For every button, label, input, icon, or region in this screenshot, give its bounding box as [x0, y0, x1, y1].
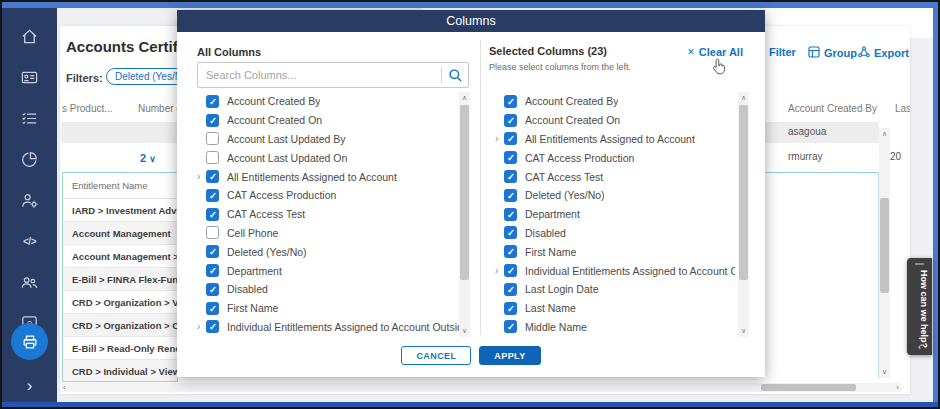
- checkbox[interactable]: [206, 226, 219, 239]
- checkbox[interactable]: [206, 151, 219, 164]
- scrollbar-thumb[interactable]: [460, 105, 469, 280]
- scrollbar-thumb[interactable]: [739, 105, 748, 280]
- checkbox[interactable]: [504, 170, 517, 183]
- checkbox[interactable]: [504, 95, 517, 108]
- clear-all-button[interactable]: ✕ Clear All: [687, 46, 743, 58]
- id-card-icon[interactable]: [20, 67, 40, 87]
- column-option-row[interactable]: › Disabled: [495, 224, 735, 243]
- checkbox[interactable]: [504, 283, 517, 296]
- scroll-up-icon[interactable]: ∧: [882, 130, 887, 138]
- column-option-row[interactable]: › CAT Access Test: [495, 167, 735, 186]
- checkbox[interactable]: [206, 114, 219, 127]
- table-row[interactable]: Account Management: [63, 222, 177, 245]
- checkbox[interactable]: [206, 189, 219, 202]
- table-row[interactable]: Account Management > Edit Accou: [63, 245, 177, 268]
- selected-columns-scrollbar[interactable]: ∧ ∨: [738, 92, 749, 337]
- table-row[interactable]: E-Bill > Read-Only Renewal Accou: [63, 337, 177, 360]
- column-option-row[interactable]: › Last Login Date: [495, 280, 735, 299]
- apply-button[interactable]: APPLY: [479, 346, 540, 365]
- column-option-row[interactable]: › Department: [197, 261, 459, 280]
- table-row[interactable]: CRD > Individual > View Individual: [63, 360, 177, 382]
- pie-chart-icon[interactable]: [20, 149, 40, 169]
- checkbox[interactable]: [206, 302, 219, 315]
- column-option-row[interactable]: › CAT Access Production: [197, 186, 459, 205]
- all-columns-scrollbar[interactable]: ∧ ∨: [459, 92, 470, 337]
- checkbox[interactable]: [504, 264, 517, 277]
- checkbox[interactable]: [206, 245, 219, 258]
- vertical-scrollbar[interactable]: ∧ ∨: [879, 128, 890, 378]
- column-option-row[interactable]: › First Name: [495, 242, 735, 261]
- export-button[interactable]: Export: [858, 46, 909, 60]
- expand-chevron-icon[interactable]: ›: [197, 172, 206, 182]
- column-option-row[interactable]: › Account Created By: [495, 92, 735, 111]
- column-option-row[interactable]: › Account Created By: [197, 92, 459, 111]
- scroll-up-icon[interactable]: ∧: [459, 94, 470, 102]
- column-option-row[interactable]: › CAT Access Test: [197, 205, 459, 224]
- column-option-row[interactable]: › Cell Phone: [197, 224, 459, 243]
- checkbox[interactable]: [206, 264, 219, 277]
- column-option-row[interactable]: › Account Created On: [197, 111, 459, 130]
- column-option-row[interactable]: › Individual Entitlements Assigned to Ac…: [495, 261, 735, 280]
- checkbox[interactable]: [504, 114, 517, 127]
- scroll-down-icon[interactable]: ∨: [882, 368, 887, 376]
- cancel-button[interactable]: CANCEL: [401, 346, 471, 365]
- table-row[interactable]: CRD > Organization > Organization: [63, 314, 177, 337]
- checkbox[interactable]: [504, 132, 517, 145]
- search-columns-input[interactable]: [198, 69, 441, 81]
- checkbox[interactable]: [504, 320, 517, 333]
- column-option-row[interactable]: › CAT Access Production: [495, 148, 735, 167]
- checkbox[interactable]: [504, 208, 517, 221]
- expand-chevron-icon[interactable]: ›: [495, 266, 504, 276]
- scrollbar-thumb[interactable]: [761, 384, 856, 391]
- column-option-row[interactable]: › Account Last Updated By: [197, 130, 459, 149]
- table-row[interactable]: IARD > Investment Adviser Applica: [63, 199, 177, 222]
- column-option-row[interactable]: › Deleted (Yes/No): [197, 242, 459, 261]
- search-icon[interactable]: [442, 68, 468, 83]
- column-option-row[interactable]: › Individual Entitlements Assigned to Ac…: [197, 318, 459, 337]
- scroll-right-icon[interactable]: ›: [896, 383, 899, 392]
- checkbox[interactable]: [206, 283, 219, 296]
- checkbox[interactable]: [504, 226, 517, 239]
- count-dropdown[interactable]: 2 ∨: [140, 152, 156, 164]
- column-option-row[interactable]: › Account Last Updated On: [197, 148, 459, 167]
- table-row[interactable]: CRD > Organization > View Organi: [63, 291, 177, 314]
- expand-chevron-icon[interactable]: ›: [197, 322, 206, 332]
- help-tab[interactable]: How can we help? ‹: [907, 258, 932, 355]
- column-option-row[interactable]: › Account Created On: [495, 111, 735, 130]
- checkbox[interactable]: [504, 302, 517, 315]
- group-button[interactable]: Group: [808, 46, 857, 60]
- checkbox[interactable]: [504, 189, 517, 202]
- checkbox[interactable]: [504, 151, 517, 164]
- modal-titlebar[interactable]: Columns: [177, 10, 765, 32]
- user-settings-icon[interactable]: [20, 190, 40, 210]
- column-option-row[interactable]: › All Entitlements Assigned to Account: [495, 130, 735, 149]
- sidebar-expand-chevron[interactable]: ›: [2, 377, 57, 394]
- printer-fab-button[interactable]: [11, 323, 48, 360]
- column-option-row[interactable]: › All Entitlements Assigned to Account: [197, 167, 459, 186]
- checkbox[interactable]: [206, 320, 219, 333]
- column-option-row[interactable]: › Middle Name: [495, 318, 735, 337]
- column-option-row[interactable]: › First Name: [197, 299, 459, 318]
- code-icon[interactable]: </>: [20, 231, 40, 251]
- horizontal-scrollbar[interactable]: ‹ ›: [61, 383, 901, 392]
- checkbox[interactable]: [206, 170, 219, 183]
- column-option-row[interactable]: › Last Name: [495, 299, 735, 318]
- checkbox[interactable]: [206, 132, 219, 145]
- column-option-row[interactable]: › Department: [495, 205, 735, 224]
- expand-chevron-icon[interactable]: ›: [495, 134, 504, 144]
- user-group-icon[interactable]: [20, 272, 40, 292]
- table-row[interactable]: E-Bill > FINRA Flex-Funding Accou: [63, 268, 177, 291]
- checklist-icon[interactable]: [20, 108, 40, 128]
- help-collapse-icon[interactable]: ‹: [907, 342, 932, 352]
- column-option-row[interactable]: › Deleted (Yes/No): [495, 186, 735, 205]
- column-option-row[interactable]: › Disabled: [197, 280, 459, 299]
- checkbox[interactable]: [504, 245, 517, 258]
- home-icon[interactable]: [20, 26, 40, 46]
- scroll-down-icon[interactable]: ∨: [738, 327, 749, 335]
- scroll-up-icon[interactable]: ∧: [738, 94, 749, 102]
- checkbox[interactable]: [206, 95, 219, 108]
- scroll-left-icon[interactable]: ‹: [63, 383, 66, 392]
- scrollbar-thumb[interactable]: [880, 198, 889, 293]
- checkbox[interactable]: [206, 208, 219, 221]
- filter-button[interactable]: Filter: [769, 46, 796, 58]
